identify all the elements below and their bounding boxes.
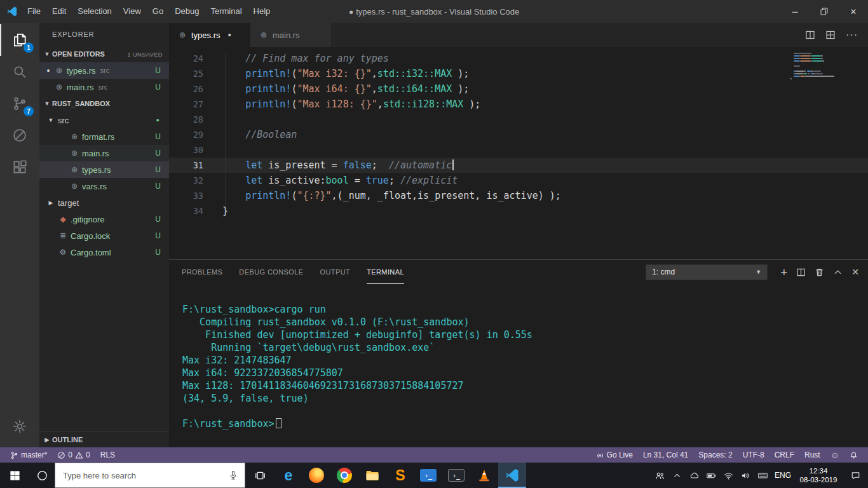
chevron-up-icon[interactable] [668,463,686,488]
maximize-panel-icon[interactable] [833,268,843,277]
terminal-select[interactable]: 1: cmd ▼ [646,264,768,280]
taskbar-app-sublime[interactable]: S [386,463,414,488]
activitybar-explorer[interactable]: 1 [0,24,39,56]
touch-keyboard-icon[interactable] [754,463,771,488]
tree-item-types.rs[interactable]: ⊛types.rsU [39,161,169,178]
go-live-button[interactable]: Go Live [591,447,638,463]
code-line-24[interactable]: 24 // Find max for any types [169,51,868,66]
minimize-button[interactable]: ─ [780,0,810,23]
tree-item-main.rs[interactable]: ⊛main.rsU [39,145,169,161]
close-panel-icon[interactable]: ✕ [851,267,859,277]
cursor-position[interactable]: Ln 31, Col 41 [638,447,693,463]
tree-item-Cargo.toml[interactable]: ⚙Cargo.tomlU [39,244,169,261]
activitybar-search[interactable] [0,56,39,88]
notifications-button[interactable] [844,447,863,463]
code-line-27[interactable]: 27 println!("Max i128: {}",std::i128::MA… [169,97,868,112]
tree-item-vars.rs[interactable]: ⊛vars.rsU [39,178,169,194]
minimap[interactable] [790,52,862,80]
task-view-button[interactable] [245,463,275,488]
close-button[interactable]: ✕ [839,0,868,23]
open-editor-types.rs[interactable]: ●⊛types.rssrcU [39,62,169,79]
chevron-down-icon: ▼ [42,100,52,107]
menu-selection[interactable]: Selection [72,0,117,23]
workspace-header[interactable]: ▼ RUST_SANDBOX [39,95,169,112]
panel-tab-debug-console[interactable]: DEBUG CONSOLE [239,260,303,284]
restore-button[interactable] [810,0,839,23]
tree-item-target[interactable]: ▶target [39,194,169,211]
split-editor-icon[interactable] [805,30,815,40]
activitybar-extensions[interactable] [0,151,39,183]
tab-types.rs[interactable]: ⊛types.rs● [169,23,250,47]
terminal-output[interactable]: F:\rust_sandbox>cargo run Compiling rust… [169,284,868,447]
panel-tab-output[interactable]: OUTPUT [320,260,351,284]
search-input[interactable] [55,471,222,480]
activitybar-source-control[interactable]: 7 [0,88,39,119]
menu-view[interactable]: View [118,0,147,23]
taskbar-app-chrome[interactable] [330,463,358,488]
menu-debug[interactable]: Debug [169,0,205,23]
toggle-layout-icon[interactable] [825,30,836,40]
tab-label: types.rs [191,30,220,40]
action-center-icon[interactable] [843,463,868,488]
menu-edit[interactable]: Edit [46,0,72,23]
tree-item-Cargo.lock[interactable]: ≣Cargo.lockU [39,227,169,244]
code-line-31[interactable]: 31 let is_present = false; //automatic [169,158,868,173]
code-line-28[interactable]: 28 [169,112,868,127]
code-line-26[interactable]: 26 println!("Max i64: {}",std::i64::MAX … [169,81,868,97]
menu-go[interactable]: Go [147,0,169,23]
activitybar-debug[interactable] [0,119,39,151]
encoding-indicator[interactable]: UTF-8 [738,447,770,463]
taskbar-clock[interactable]: 12:34 08-03-2019 [794,466,843,484]
outline-header[interactable]: ▶ OUTLINE [39,431,169,447]
kill-terminal-icon[interactable] [815,268,824,277]
code-editor[interactable]: 24 // Find max for any types25 println!(… [169,47,868,259]
code-line-32[interactable]: 32 let is_active:bool = true; //explicit [169,173,868,188]
git-branch-indicator[interactable]: master* [5,447,52,463]
open-editors-header[interactable]: ▼ OPEN EDITORS 1 UNSAVED [39,46,169,62]
microphone-icon[interactable] [222,470,245,481]
people-icon[interactable] [651,463,668,488]
wifi-icon[interactable] [720,463,737,488]
rls-status[interactable]: RLS [95,447,120,463]
tree-item-format.rs[interactable]: ⊛format.rsU [39,128,169,145]
eol-indicator[interactable]: CRLF [770,447,799,463]
taskbar-app-vscode[interactable] [498,463,526,488]
panel-tab-problems[interactable]: PROBLEMS [182,260,222,284]
open-editor-main.rs[interactable]: ⊛main.rssrcU [39,79,169,95]
feedback-button[interactable]: ☺ [825,447,844,463]
status-right: Go Live Ln 31, Col 41 Spaces: 2 UTF-8 CR… [591,447,863,463]
volume-icon[interactable] [737,463,754,488]
tab-main.rs[interactable]: ⊛main.rs [250,23,332,47]
taskbar-app-explorer[interactable] [358,463,386,488]
language-mode[interactable]: Rust [799,447,825,463]
tree-item-.gitignore[interactable]: ◆.gitignoreU [39,211,169,227]
taskbar-app-firefox[interactable] [302,463,330,488]
chevron-down-icon: ▼ [46,117,56,123]
language-indicator[interactable]: ENG [771,471,794,480]
battery-icon[interactable] [703,463,720,488]
code-line-25[interactable]: 25 println!("Max i32: {}",std::i32::MAX … [169,66,868,81]
cortana-button[interactable] [29,463,55,488]
taskbar-app-edge[interactable]: e [275,463,302,488]
settings-button[interactable] [0,410,39,442]
more-actions-icon[interactable]: ··· [846,29,858,41]
new-terminal-icon[interactable]: + [780,268,787,277]
menu-terminal[interactable]: Terminal [205,0,247,23]
code-line-33[interactable]: 33 println!("{:?}",(_num, _float,is_pres… [169,188,868,203]
split-terminal-icon[interactable] [796,268,806,277]
taskbar-app-powershell[interactable]: ›_ [414,463,442,488]
code-line-29[interactable]: 29 //Boolean [169,127,868,142]
taskbar-app-vlc[interactable] [470,463,498,488]
problems-indicator[interactable]: 0 0 [52,447,95,463]
tree-item-src[interactable]: ▼src● [39,112,169,128]
code-line-34[interactable]: 34} [169,203,868,219]
start-button[interactable] [0,463,29,488]
cloud-icon[interactable] [686,463,703,488]
code-line-30[interactable]: 30 [169,142,868,158]
indentation-indicator[interactable]: Spaces: 2 [693,447,737,463]
menu-help[interactable]: Help [248,0,276,23]
status-left: master* 0 0 RLS [5,447,120,463]
panel-tab-terminal[interactable]: TERMINAL [367,260,404,284]
menu-file[interactable]: File [22,0,46,23]
taskbar-app-cmd[interactable]: ›_ [442,463,470,488]
